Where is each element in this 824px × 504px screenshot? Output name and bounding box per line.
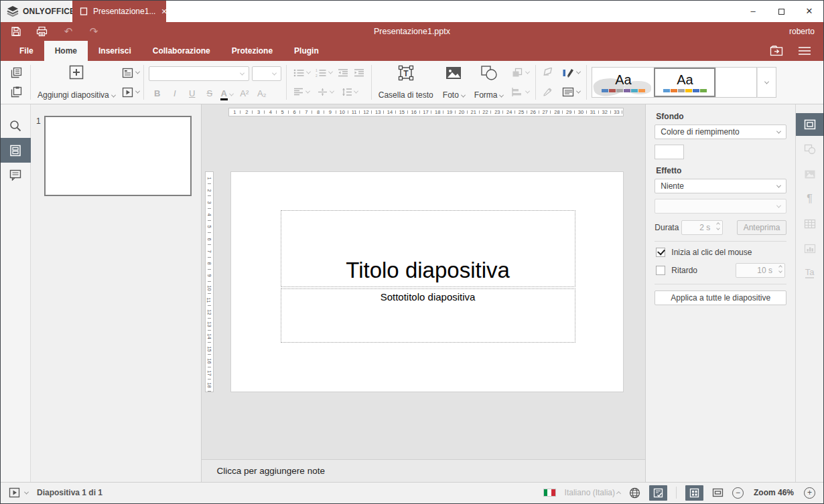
tab-protezione[interactable]: Protezione xyxy=(221,41,283,61)
print-button[interactable] xyxy=(36,26,50,37)
spell-check-button[interactable] xyxy=(649,485,667,501)
text-box-button[interactable]: T Casella di testo xyxy=(374,63,438,102)
slide-subtitle-text: Sottotitolo diapositiva xyxy=(381,291,476,303)
start-on-click-row[interactable]: Inizia al clic del mouse xyxy=(656,248,785,257)
search-button[interactable] xyxy=(1,113,31,138)
effect-type-select[interactable] xyxy=(655,199,786,214)
font-size-select[interactable] xyxy=(252,66,281,81)
image-settings-button[interactable] xyxy=(796,163,824,185)
shape-button[interactable]: Forma xyxy=(470,63,508,102)
strikethrough-button[interactable]: S xyxy=(201,88,218,98)
fill-type-select[interactable]: Colore di riempimento xyxy=(655,124,786,139)
slide-editing-area[interactable]: Titolo diapositiva Sottotitolo diapositi… xyxy=(230,171,624,392)
paragraph-settings-button[interactable]: ¶ xyxy=(796,187,824,210)
vertical-align-button[interactable] xyxy=(316,86,336,98)
bold-button[interactable]: B xyxy=(149,88,166,98)
numbered-list-button[interactable]: 12 xyxy=(314,67,334,79)
subtitle-placeholder[interactable]: Sottotitolo diapositiva xyxy=(281,288,575,343)
photo-button[interactable]: Foto xyxy=(438,63,470,102)
duration-label: Durata xyxy=(655,223,681,232)
title-placeholder[interactable]: Titolo diapositiva xyxy=(281,210,575,287)
add-slide-button[interactable]: Aggiungi diapositiva xyxy=(33,63,120,102)
slide-thumbnail-1[interactable] xyxy=(44,116,192,196)
theme-gallery-expand-button[interactable] xyxy=(757,67,776,98)
apply-to-all-button[interactable]: Applica a tutte le diapositive xyxy=(655,290,786,305)
slides-panel-button[interactable] xyxy=(1,138,31,163)
font-color-button[interactable]: A xyxy=(218,88,236,98)
save-button[interactable] xyxy=(11,26,24,37)
undo-button[interactable]: ↶ xyxy=(62,26,75,37)
editing-canvas[interactable]: 1234567891011121314151617181920212223242… xyxy=(202,104,646,482)
paste-icon[interactable] xyxy=(9,85,24,99)
slide-size-button[interactable] xyxy=(560,86,582,98)
user-name[interactable]: roberto xyxy=(789,27,823,36)
font-name-select[interactable] xyxy=(149,66,249,81)
decrease-indent-button[interactable] xyxy=(336,67,350,79)
chart-settings-button[interactable] xyxy=(796,237,824,260)
start-slideshow-status-button[interactable] xyxy=(9,487,20,498)
shape-label: Forma xyxy=(474,90,498,100)
delay-spinner[interactable]: 10 s xyxy=(736,263,785,278)
line-spacing-button[interactable] xyxy=(340,86,360,98)
zoom-in-button[interactable]: + xyxy=(804,487,815,499)
comments-button[interactable] xyxy=(1,163,31,187)
shape-settings-button[interactable] xyxy=(796,138,824,161)
clear-style-icon[interactable] xyxy=(540,66,556,79)
tab-close-icon[interactable]: ✕ xyxy=(161,7,167,16)
document-tab-label: Presentazione1... xyxy=(93,7,155,16)
hamburger-menu-icon[interactable] xyxy=(798,46,811,56)
redo-button[interactable]: ↷ xyxy=(87,26,100,37)
minimize-button[interactable]: – xyxy=(739,1,767,22)
copy-style-icon[interactable] xyxy=(541,86,556,98)
fit-to-slide-button[interactable] xyxy=(685,485,703,501)
right-toolbar: ¶ Ta xyxy=(795,104,823,482)
tab-inserisci[interactable]: Inserisci xyxy=(88,41,142,61)
start-on-click-checkbox[interactable] xyxy=(656,248,665,257)
delay-row[interactable]: Ritardo 10 s xyxy=(656,263,785,278)
text-art-settings-button[interactable]: Ta xyxy=(796,262,824,284)
copy-icon[interactable] xyxy=(9,66,24,80)
slide-thumbnail-number: 1 xyxy=(36,116,41,126)
app-logo-tab[interactable]: ONLYOFFICE xyxy=(1,1,70,22)
open-file-location-icon[interactable] xyxy=(770,46,783,56)
superscript-button[interactable]: A² xyxy=(236,88,253,98)
italic-button[interactable]: I xyxy=(166,88,184,98)
slide-settings-button[interactable] xyxy=(796,113,824,136)
notes-area[interactable]: Clicca per aggiungere note xyxy=(202,459,646,482)
language-selector[interactable]: Italiano (Italia) xyxy=(565,488,620,497)
theme-thumbnail-2-selected[interactable]: Aa xyxy=(654,68,715,97)
tab-file[interactable]: File xyxy=(9,41,44,61)
change-layout-button[interactable] xyxy=(120,66,141,80)
bullet-list-button[interactable] xyxy=(291,67,312,79)
subscript-button[interactable]: A₂ xyxy=(253,88,271,98)
tab-collaborazione[interactable]: Collaborazione xyxy=(142,41,221,61)
underline-button[interactable]: U xyxy=(184,88,201,98)
tab-home[interactable]: Home xyxy=(44,41,88,61)
duration-spinner[interactable]: 2 s xyxy=(681,220,723,235)
svg-text:1: 1 xyxy=(316,68,318,72)
effect-label: Effetto xyxy=(656,166,786,175)
maximize-button[interactable] xyxy=(767,1,795,22)
align-shape-button[interactable] xyxy=(510,86,531,98)
horizontal-align-button[interactable] xyxy=(291,86,312,98)
theme-thumbnail-1[interactable]: Aa xyxy=(592,68,654,97)
tab-plugin[interactable]: Plugin xyxy=(283,41,330,61)
zoom-out-button[interactable]: − xyxy=(732,487,744,499)
h-ruler: 1234567891011121314151617181920212223242… xyxy=(228,108,624,116)
home-toolbar: Aggiungi diapositiva B I U S A xyxy=(1,61,823,104)
close-button[interactable]: ✕ xyxy=(795,1,823,22)
delay-checkbox[interactable] xyxy=(656,266,665,275)
document-tab[interactable]: Presentazione1... ✕ xyxy=(72,1,166,22)
background-color-swatch[interactable] xyxy=(655,145,684,159)
slideshow-options-chevron[interactable] xyxy=(24,489,29,494)
fit-to-width-button[interactable] xyxy=(712,488,724,497)
start-slideshow-button[interactable] xyxy=(120,86,141,99)
table-settings-button[interactable] xyxy=(796,212,824,235)
photo-icon xyxy=(445,65,462,81)
effect-select[interactable]: Niente xyxy=(655,179,786,193)
highlight-color-button[interactable] xyxy=(560,66,582,80)
increase-indent-button[interactable] xyxy=(352,67,366,79)
set-language-globe-icon[interactable] xyxy=(629,487,640,499)
preview-button[interactable]: Anteprima xyxy=(737,220,786,235)
arrange-shape-button[interactable] xyxy=(510,66,531,79)
